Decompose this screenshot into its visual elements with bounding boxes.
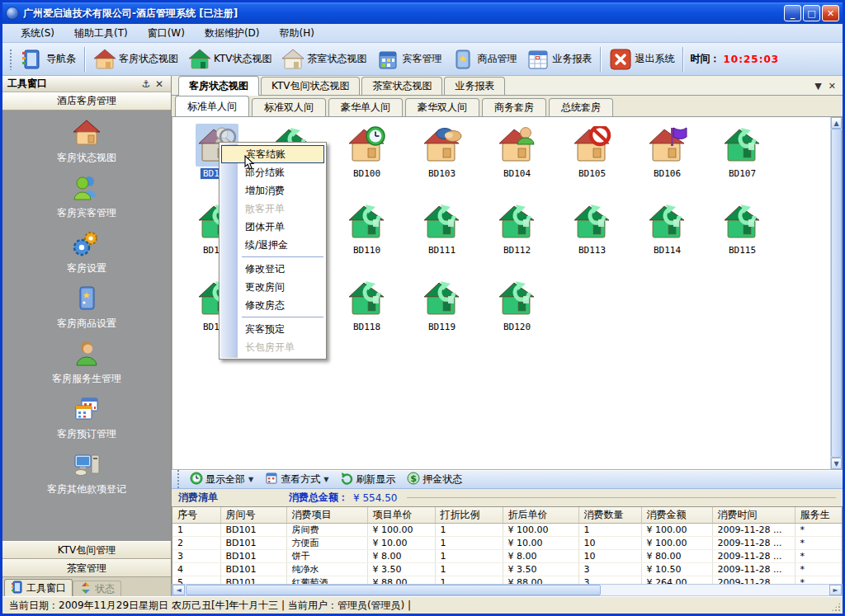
room-type-tab-2[interactable]: 豪华单人间 <box>328 98 403 116</box>
scroll-right-arrow-icon[interactable]: ► <box>829 585 842 595</box>
room-BD112[interactable]: BD112 <box>479 200 555 277</box>
hscrollbar-thumb[interactable] <box>186 585 601 595</box>
table-cell: ¥ 100.00 <box>503 523 578 536</box>
column-header[interactable]: 房间号 <box>220 507 286 523</box>
table-row-1[interactable]: 1BD101房间费¥ 100.001¥ 100.001¥ 100.002009-… <box>172 523 842 536</box>
toolbar-grip[interactable] <box>9 49 12 70</box>
toolbar-button-5[interactable]: 商品管理 <box>446 46 522 73</box>
view-tab-2[interactable]: 茶室状态视图 <box>361 77 442 95</box>
dropdown-arrow-icon[interactable]: ▼ <box>248 476 253 483</box>
table-cell: BD101 <box>220 549 286 562</box>
context-menu-item-6[interactable]: 修改登记 <box>220 260 326 278</box>
room-BD119[interactable]: BD119 <box>404 277 479 354</box>
toolbar-button-6[interactable]: 业务报表 <box>522 46 597 73</box>
column-header[interactable]: 项目单价 <box>367 507 435 523</box>
room-type-tab-4[interactable]: 商务套房 <box>482 98 546 116</box>
scrollbar-thumb[interactable] <box>831 129 842 458</box>
toolbar-button-2[interactable]: KTV状态视图 <box>183 46 276 73</box>
column-header[interactable]: 消费项目 <box>286 507 367 523</box>
column-header[interactable]: 消费时间 <box>712 507 795 523</box>
table-row-5[interactable]: 5BD101红葡萄酒¥ 88.001¥ 88.003¥ 264.002009-1… <box>172 576 842 584</box>
sidebar-item-0[interactable]: 客房状态视图 <box>2 119 171 165</box>
action-button-3[interactable]: $押金状态 <box>402 471 467 488</box>
room-BD113[interactable]: BD113 <box>555 200 630 277</box>
room-BD107[interactable]: BD107 <box>705 124 780 200</box>
column-header[interactable]: 打折比例 <box>435 507 503 523</box>
menu-item-1[interactable]: 辅助工具(T) <box>64 24 138 43</box>
room-type-tab-0[interactable]: 标准单人间 <box>175 96 249 116</box>
context-menu-item-7[interactable]: 更改房间 <box>220 278 326 296</box>
context-menu-item-0[interactable]: 宾客结账 <box>221 145 324 163</box>
section-header-ktv[interactable]: KTV包间管理 <box>2 541 171 559</box>
room-type-tab-3[interactable]: 豪华双人间 <box>405 98 479 116</box>
toolbar-button-0[interactable]: 导航条 <box>16 46 81 73</box>
resize-grip[interactable] <box>831 602 841 612</box>
scroll-left-arrow-icon[interactable]: ◄ <box>172 585 185 595</box>
scroll-up-arrow-icon[interactable]: ▲ <box>831 117 842 129</box>
room-type-tab-1[interactable]: 标准双人间 <box>252 98 326 116</box>
room-BD104[interactable]: BD104 <box>479 124 555 200</box>
menu-item-0[interactable]: 系统(S) <box>11 24 64 43</box>
actions-grip[interactable] <box>177 469 180 491</box>
column-header[interactable]: 折后单价 <box>503 507 578 523</box>
menu-item-2[interactable]: 窗口(W) <box>138 24 195 43</box>
view-tab-3[interactable]: 业务报表 <box>444 77 505 95</box>
room-type-tab-5[interactable]: 总统套房 <box>549 98 613 116</box>
context-menu-item-1[interactable]: 部分结账 <box>220 163 326 181</box>
toolbar-button-7[interactable]: 退出系统 <box>604 46 679 73</box>
sidebar-item-4[interactable]: 客房服务生管理 <box>2 340 171 386</box>
toolbar-button-4[interactable]: 宾客管理 <box>371 46 446 73</box>
toolbar-button-3[interactable]: 茶室状态视图 <box>276 46 371 73</box>
section-header-room-management[interactable]: 酒店客房管理 <box>2 92 171 111</box>
view-tab-0[interactable]: 客房状态视图 <box>178 76 259 96</box>
context-menu-item-5[interactable]: 续/退押金 <box>220 236 326 254</box>
context-menu-item-4[interactable]: 团体开单 <box>220 218 326 236</box>
room-BD118[interactable]: BD118 <box>329 277 404 354</box>
table-horizontal-scrollbar[interactable]: ◄ ► <box>172 584 843 596</box>
section-header-tea[interactable]: 茶室管理 <box>2 559 171 577</box>
sidebar-item-6[interactable]: 客房其他款项登记 <box>2 450 171 496</box>
action-button-1[interactable]: 查看方式▼ <box>260 471 333 488</box>
maximize-button[interactable]: □ <box>803 5 820 21</box>
menu-item-4[interactable]: 帮助(H) <box>270 24 324 43</box>
close-button[interactable]: ✕ <box>822 5 839 21</box>
room-BD114[interactable]: BD114 <box>630 200 705 277</box>
minimize-button[interactable]: _ <box>784 5 801 21</box>
sidebar-item-1[interactable]: 客房宾客管理 <box>2 174 171 220</box>
sidebar-item-2[interactable]: 客房设置 <box>2 229 171 275</box>
room-BD103[interactable]: BD103 <box>404 124 479 200</box>
tab-dropdown-icon[interactable]: ▼ <box>814 81 821 92</box>
view-tab-1[interactable]: KTV包间状态视图 <box>261 77 360 95</box>
sidebar-tab-1[interactable]: 状态 <box>73 581 121 596</box>
sidebar-item-5[interactable]: 客房预订管理 <box>2 395 171 441</box>
rooms-vertical-scrollbar[interactable]: ▲ ▼ <box>830 117 842 469</box>
column-header[interactable]: 消费金额 <box>641 507 712 523</box>
room-BD120[interactable]: BD120 <box>479 277 555 354</box>
table-row-3[interactable]: 3BD101饼干¥ 8.001¥ 8.0010¥ 80.002009-11-28… <box>172 549 842 562</box>
table-row-4[interactable]: 4BD101纯净水¥ 3.501¥ 3.503¥ 10.502009-11-28… <box>172 562 842 576</box>
pin-icon[interactable]: ⚓ <box>139 78 153 90</box>
room-BD111[interactable]: BD111 <box>404 200 479 277</box>
column-header[interactable]: 服务生 <box>795 507 842 523</box>
table-row-2[interactable]: 2BD101方便面¥ 10.001¥ 10.0010¥ 100.002009-1… <box>172 536 842 549</box>
close-panel-icon[interactable]: ✕ <box>153 78 166 90</box>
tab-close-icon[interactable]: ✕ <box>828 81 836 92</box>
scroll-down-arrow-icon[interactable]: ▼ <box>831 458 842 469</box>
action-button-2[interactable]: 刷新显示 <box>335 471 400 488</box>
action-button-0[interactable]: 显示全部▼ <box>185 471 258 488</box>
context-menu-item-9[interactable]: 宾客预定 <box>220 320 326 338</box>
dropdown-arrow-icon[interactable]: ▼ <box>323 476 328 483</box>
room-BD110[interactable]: BD110 <box>329 200 404 277</box>
room-BD100[interactable]: BD100 <box>329 124 404 200</box>
sidebar-tab-0[interactable]: 工具窗口 <box>4 579 73 596</box>
room-BD105[interactable]: BD105 <box>555 124 630 200</box>
context-menu-item-8[interactable]: 修改房态 <box>220 296 326 314</box>
toolbar-button-1[interactable]: 客房状态视图 <box>88 46 183 73</box>
column-header[interactable]: 消费数量 <box>578 507 641 523</box>
column-header[interactable]: 序号 <box>172 507 220 523</box>
room-BD106[interactable]: BD106 <box>630 124 705 200</box>
menu-item-3[interactable]: 数据维护(D) <box>195 24 270 43</box>
context-menu-item-2[interactable]: 增加消费 <box>220 181 326 200</box>
sidebar-item-3[interactable]: 客房商品设置 <box>2 284 171 331</box>
room-BD115[interactable]: BD115 <box>705 200 780 277</box>
